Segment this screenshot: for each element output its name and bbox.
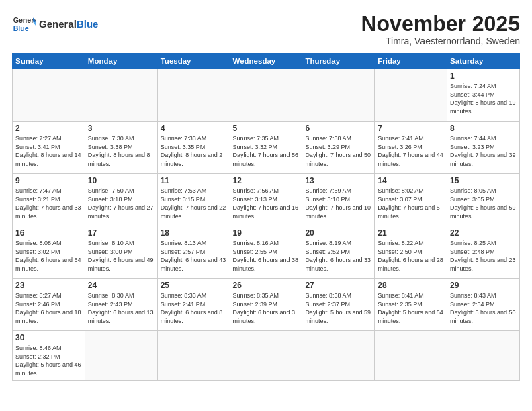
day-number: 15 (450, 176, 517, 185)
calendar-cell: 1Sunrise: 7:24 AM Sunset: 3:44 PM Daylig… (447, 69, 520, 122)
calendar-table: SundayMondayTuesdayWednesdayThursdayFrid… (12, 53, 520, 380)
calendar-cell: 10Sunrise: 7:50 AM Sunset: 3:18 PM Dayli… (85, 174, 157, 226)
title-block: November 2025 Timra, Vaesternorrland, Sw… (361, 12, 520, 46)
day-info: Sunrise: 8:25 AM Sunset: 2:48 PM Dayligh… (450, 239, 517, 273)
day-number: 24 (88, 281, 154, 290)
day-info: Sunrise: 7:50 AM Sunset: 3:18 PM Dayligh… (88, 187, 154, 220)
day-info: Sunrise: 7:35 AM Sunset: 3:32 PM Dayligh… (233, 134, 300, 168)
calendar-cell: 19Sunrise: 8:16 AM Sunset: 2:55 PM Dayli… (230, 226, 302, 279)
day-info: Sunrise: 8:43 AM Sunset: 2:34 PM Dayligh… (450, 291, 517, 325)
calendar-week-row: 16Sunrise: 8:08 AM Sunset: 3:02 PM Dayli… (13, 226, 520, 279)
day-number: 22 (450, 228, 517, 238)
day-info: Sunrise: 7:59 AM Sunset: 3:10 PM Dayligh… (305, 187, 371, 220)
calendar-week-row: 30Sunrise: 8:46 AM Sunset: 2:32 PM Dayli… (13, 331, 520, 380)
day-number: 16 (15, 228, 82, 238)
day-number: 3 (88, 124, 154, 133)
day-info: Sunrise: 8:33 AM Sunset: 2:41 PM Dayligh… (161, 291, 227, 325)
day-info: Sunrise: 7:56 AM Sunset: 3:13 PM Dayligh… (233, 187, 300, 220)
logo: General Blue GeneralBlue (12, 12, 98, 36)
day-number: 23 (15, 281, 82, 290)
logo-icon: General Blue (12, 12, 36, 36)
day-info: Sunrise: 7:47 AM Sunset: 3:21 PM Dayligh… (15, 187, 82, 220)
day-info: Sunrise: 8:13 AM Sunset: 2:57 PM Dayligh… (161, 239, 227, 273)
day-info: Sunrise: 8:08 AM Sunset: 3:02 PM Dayligh… (15, 239, 82, 273)
day-number: 20 (305, 228, 371, 238)
calendar-cell: 24Sunrise: 8:30 AM Sunset: 2:43 PM Dayli… (85, 279, 157, 331)
day-number: 17 (88, 228, 154, 238)
calendar-cell: 15Sunrise: 8:05 AM Sunset: 3:05 PM Dayli… (447, 174, 520, 226)
calendar-cell: 25Sunrise: 8:33 AM Sunset: 2:41 PM Dayli… (157, 279, 230, 331)
day-number: 19 (233, 228, 300, 238)
day-info: Sunrise: 8:41 AM Sunset: 2:35 PM Dayligh… (378, 291, 444, 325)
day-number: 1 (450, 71, 517, 81)
calendar-cell: 4Sunrise: 7:33 AM Sunset: 3:35 PM Daylig… (157, 122, 230, 174)
calendar-cell: 8Sunrise: 7:44 AM Sunset: 3:23 PM Daylig… (447, 122, 520, 174)
calendar-cell (157, 331, 230, 380)
day-info: Sunrise: 7:24 AM Sunset: 3:44 PM Dayligh… (450, 82, 517, 116)
day-number: 29 (450, 281, 517, 290)
calendar-cell: 11Sunrise: 7:53 AM Sunset: 3:15 PM Dayli… (157, 174, 230, 226)
weekday-header-tuesday: Tuesday (157, 54, 230, 69)
day-info: Sunrise: 8:46 AM Sunset: 2:32 PM Dayligh… (15, 344, 82, 377)
calendar-cell: 27Sunrise: 8:38 AM Sunset: 2:37 PM Dayli… (302, 279, 375, 331)
logo-general: General (39, 18, 77, 30)
weekday-header-friday: Friday (375, 54, 447, 69)
calendar-cell (375, 69, 447, 122)
day-number: 2 (15, 124, 82, 133)
calendar-cell: 18Sunrise: 8:13 AM Sunset: 2:57 PM Dayli… (157, 226, 230, 279)
day-number: 6 (305, 124, 371, 133)
day-number: 21 (378, 228, 444, 238)
day-info: Sunrise: 7:30 AM Sunset: 3:38 PM Dayligh… (88, 134, 154, 168)
calendar-cell (85, 331, 157, 380)
calendar-cell: 7Sunrise: 7:41 AM Sunset: 3:26 PM Daylig… (375, 122, 447, 174)
calendar-cell: 30Sunrise: 8:46 AM Sunset: 2:32 PM Dayli… (13, 331, 85, 380)
day-number: 8 (450, 124, 517, 133)
header: General Blue GeneralBlue November 2025 T… (12, 12, 520, 46)
day-info: Sunrise: 8:27 AM Sunset: 2:46 PM Dayligh… (15, 291, 82, 325)
svg-text:Blue: Blue (13, 24, 29, 32)
day-info: Sunrise: 8:16 AM Sunset: 2:55 PM Dayligh… (233, 239, 300, 273)
calendar-cell: 14Sunrise: 8:02 AM Sunset: 3:07 PM Dayli… (375, 174, 447, 226)
calendar-cell: 17Sunrise: 8:10 AM Sunset: 3:00 PM Dayli… (85, 226, 157, 279)
day-number: 25 (161, 281, 227, 290)
day-info: Sunrise: 8:35 AM Sunset: 2:39 PM Dayligh… (233, 291, 300, 325)
calendar-cell (447, 331, 520, 380)
day-number: 10 (88, 176, 154, 185)
weekday-header-monday: Monday (85, 54, 157, 69)
calendar-cell (230, 331, 302, 380)
calendar-cell: 26Sunrise: 8:35 AM Sunset: 2:39 PM Dayli… (230, 279, 302, 331)
calendar-cell: 29Sunrise: 8:43 AM Sunset: 2:34 PM Dayli… (447, 279, 520, 331)
svg-text:General: General (13, 16, 36, 24)
day-info: Sunrise: 7:38 AM Sunset: 3:29 PM Dayligh… (305, 134, 371, 168)
day-info: Sunrise: 8:02 AM Sunset: 3:07 PM Dayligh… (378, 187, 444, 220)
calendar-cell (85, 69, 157, 122)
calendar-cell (13, 69, 85, 122)
weekday-header-wednesday: Wednesday (230, 54, 302, 69)
day-info: Sunrise: 7:33 AM Sunset: 3:35 PM Dayligh… (161, 134, 227, 168)
calendar-cell: 21Sunrise: 8:22 AM Sunset: 2:50 PM Dayli… (375, 226, 447, 279)
calendar-title: November 2025 (361, 12, 520, 36)
day-number: 9 (15, 176, 82, 185)
day-number: 26 (233, 281, 300, 290)
day-number: 13 (305, 176, 371, 185)
calendar-cell: 23Sunrise: 8:27 AM Sunset: 2:46 PM Dayli… (13, 279, 85, 331)
calendar-cell (375, 331, 447, 380)
day-info: Sunrise: 8:19 AM Sunset: 2:52 PM Dayligh… (305, 239, 371, 273)
day-number: 27 (305, 281, 371, 290)
calendar-cell (157, 69, 230, 122)
day-info: Sunrise: 8:38 AM Sunset: 2:37 PM Dayligh… (305, 291, 371, 325)
day-info: Sunrise: 7:41 AM Sunset: 3:26 PM Dayligh… (378, 134, 444, 168)
day-number: 30 (15, 333, 82, 342)
calendar-cell: 22Sunrise: 8:25 AM Sunset: 2:48 PM Dayli… (447, 226, 520, 279)
day-info: Sunrise: 8:30 AM Sunset: 2:43 PM Dayligh… (88, 291, 154, 325)
day-number: 28 (378, 281, 444, 290)
day-number: 18 (161, 228, 227, 238)
calendar-week-row: 9Sunrise: 7:47 AM Sunset: 3:21 PM Daylig… (13, 174, 520, 226)
calendar-cell: 20Sunrise: 8:19 AM Sunset: 2:52 PM Dayli… (302, 226, 375, 279)
weekday-header-saturday: Saturday (447, 54, 520, 69)
calendar-week-row: 1Sunrise: 7:24 AM Sunset: 3:44 PM Daylig… (13, 69, 520, 122)
day-number: 14 (378, 176, 444, 185)
day-number: 11 (161, 176, 227, 185)
day-info: Sunrise: 8:22 AM Sunset: 2:50 PM Dayligh… (378, 239, 444, 273)
day-info: Sunrise: 7:53 AM Sunset: 3:15 PM Dayligh… (161, 187, 227, 220)
